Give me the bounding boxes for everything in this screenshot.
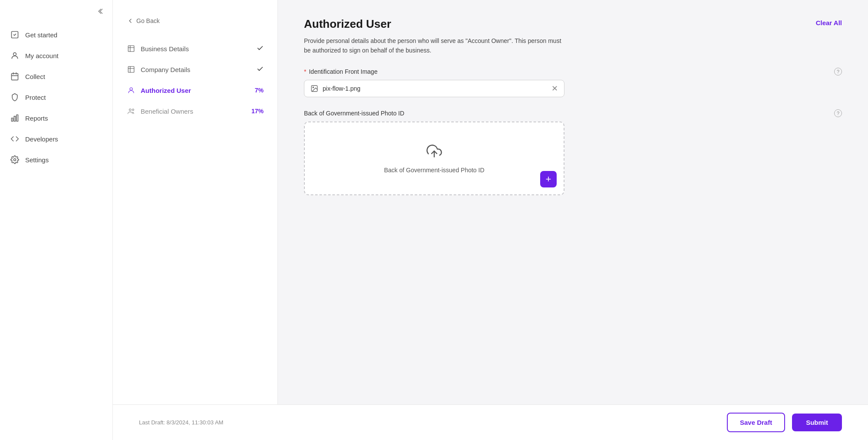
file-image-icon (310, 85, 318, 92)
id-back-section: Back of Government-issued Photo ID ? Bac… (304, 109, 842, 195)
sidebar-label-get-started: Get started (25, 31, 57, 39)
step-list: Business Details Comp (127, 38, 264, 121)
back-arrow-icon (127, 17, 134, 24)
building2-icon (127, 65, 135, 74)
save-draft-button[interactable]: Save Draft (727, 413, 785, 432)
upload-zone-text: Back of Government-issued Photo ID (384, 167, 484, 174)
sidebar-label-my-account: My account (25, 52, 59, 59)
sidebar-item-get-started[interactable]: Get started (0, 24, 112, 45)
svg-rect-8 (17, 115, 18, 121)
gear-icon (10, 155, 19, 164)
authorized-user-icon (127, 86, 135, 95)
step-business-details[interactable]: Business Details (127, 38, 264, 59)
sidebar-item-collect[interactable]: Collect (0, 66, 112, 87)
sidebar-collapse-button[interactable] (97, 7, 106, 18)
svg-point-17 (129, 109, 132, 111)
svg-rect-2 (12, 73, 18, 80)
svg-rect-13 (128, 66, 134, 72)
main-area: Go Back Business Details (113, 0, 868, 440)
sidebar: Get started My account Collect (0, 0, 113, 440)
bar-chart-icon (10, 114, 19, 122)
remove-file-button[interactable]: ✕ (551, 85, 558, 92)
step-authorized-user[interactable]: Authorized User 7% (127, 80, 264, 101)
step-percent-authorized: 7% (255, 87, 264, 94)
svg-rect-10 (128, 46, 134, 52)
svg-point-1 (13, 53, 17, 56)
svg-point-18 (132, 109, 134, 111)
id-front-help-icon[interactable]: ? (834, 68, 842, 76)
sidebar-item-reports[interactable]: Reports (0, 108, 112, 128)
sidebar-label-collect: Collect (25, 73, 45, 80)
submit-button[interactable]: Submit (792, 414, 842, 431)
id-front-label: Identification Front Image (309, 68, 377, 75)
step-label-business: Business Details (141, 45, 189, 53)
sidebar-label-protect: Protect (25, 94, 46, 101)
code-icon (10, 135, 19, 143)
id-front-section: * Identification Front Image ? pix-flow-… (304, 68, 842, 97)
step-label-authorized: Authorized User (141, 87, 191, 94)
building-icon (127, 44, 135, 53)
svg-rect-7 (14, 116, 15, 121)
shield-icon (10, 93, 19, 102)
content-wrapper: Go Back Business Details (113, 0, 868, 404)
id-front-filename: pix-flow-1.png (323, 85, 547, 92)
sidebar-nav: Get started My account Collect (0, 7, 112, 170)
draft-info: Last Draft: 8/3/2024, 11:30:03 AM (139, 419, 223, 426)
step-beneficial-owners[interactable]: Beneficial Owners 17% (127, 101, 264, 121)
clear-all-button[interactable]: Clear All (816, 17, 842, 28)
sidebar-label-settings: Settings (25, 156, 49, 164)
sidebar-item-settings[interactable]: Settings (0, 149, 112, 170)
svg-rect-6 (12, 118, 13, 121)
upload-plus-button[interactable]: + (540, 171, 557, 187)
form-header: Authorized User Clear All (304, 17, 842, 31)
sidebar-item-developers[interactable]: Developers (0, 128, 112, 149)
go-back-label: Go Back (136, 17, 160, 24)
step-check-business (257, 45, 264, 53)
form-description: Provide personal details about the perso… (304, 36, 564, 56)
calendar-icon (10, 72, 19, 81)
id-back-upload-zone[interactable]: Back of Government-issued Photo ID + (304, 121, 564, 195)
form-title: Authorized User (304, 17, 391, 31)
step-label-beneficial: Beneficial Owners (141, 108, 193, 115)
id-front-label-row: * Identification Front Image ? (304, 68, 842, 76)
svg-point-9 (14, 159, 16, 161)
sidebar-item-protect[interactable]: Protect (0, 87, 112, 108)
checkbox-icon (10, 30, 19, 39)
sidebar-label-reports: Reports (25, 115, 48, 122)
go-back-button[interactable]: Go Back (127, 17, 264, 24)
required-indicator: * (304, 68, 306, 75)
svg-point-16 (130, 88, 132, 90)
id-back-label: Back of Government-issued Photo ID (304, 110, 404, 117)
step-label-company: Company Details (141, 66, 190, 73)
id-back-label-row: Back of Government-issued Photo ID ? (304, 109, 842, 117)
id-back-help-icon[interactable]: ? (834, 109, 842, 117)
step-check-company (257, 66, 264, 74)
owners-icon (127, 107, 135, 115)
step-company-details[interactable]: Company Details (127, 59, 264, 80)
sidebar-item-my-account[interactable]: My account (0, 45, 112, 66)
stepper-panel: Go Back Business Details (113, 0, 278, 404)
step-percent-beneficial: 17% (251, 108, 264, 115)
id-front-file-attached: pix-flow-1.png ✕ (304, 80, 564, 97)
svg-point-20 (313, 87, 314, 88)
form-panel: Authorized User Clear All Provide person… (278, 0, 868, 404)
user-icon (10, 51, 19, 60)
footer: Last Draft: 8/3/2024, 11:30:03 AM Save D… (113, 404, 868, 440)
upload-icon (426, 143, 442, 161)
sidebar-label-developers: Developers (25, 135, 58, 143)
